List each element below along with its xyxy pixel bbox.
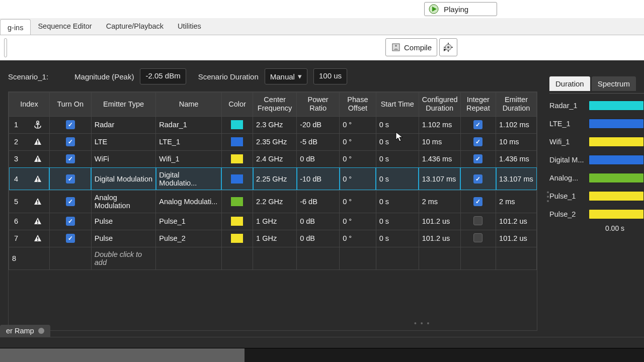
cell-name[interactable]: Pulse_2 <box>156 230 222 247</box>
add-placeholder[interactable]: Double click to add <box>91 247 156 269</box>
cell-emitter-type[interactable]: Analog Modulation <box>91 190 156 213</box>
cell-phase-offset[interactable]: 0 ° <box>340 150 376 167</box>
cell-power-ratio[interactable]: -10 dB <box>297 167 340 190</box>
cell-name[interactable]: Analog Modulati... <box>156 190 222 213</box>
cell-configured-duration[interactable]: 2 ms <box>419 190 460 213</box>
tab-plugins[interactable]: g-ins <box>0 19 31 35</box>
cell-start-time[interactable]: 0 s <box>376 190 419 213</box>
turn-on-checkbox[interactable] <box>66 234 75 243</box>
vertical-splitter-icon[interactable]: • • • <box>544 191 552 202</box>
cell-emitter-duration[interactable]: 1.436 ms <box>496 150 537 167</box>
col-start-time[interactable]: Start Time <box>376 93 419 117</box>
cell-name[interactable]: LTE_1 <box>156 133 222 150</box>
cell-center-frequency[interactable]: 2.3 GHz <box>253 116 297 133</box>
magnitude-input[interactable]: -2.05 dBm <box>140 68 186 84</box>
tab-capture-playback[interactable]: Capture/Playback <box>99 18 171 35</box>
cell-phase-offset[interactable]: 0 ° <box>340 167 376 190</box>
col-emitter-duration[interactable]: Emitter Duration <box>496 93 537 117</box>
cell-emitter-type[interactable]: LTE <box>91 133 156 150</box>
table-row[interactable]: 7PulsePulse_21 GHz0 dB0 °0 s101.2 us101.… <box>9 230 537 247</box>
cell-center-frequency[interactable]: 2.2 GHz <box>253 190 297 213</box>
legend-row[interactable]: LTE_1 <box>549 115 644 133</box>
cell-phase-offset[interactable]: 0 ° <box>340 133 376 150</box>
cell-center-frequency[interactable]: 2.35 GHz <box>253 133 297 150</box>
cell-start-time[interactable]: 0 s <box>376 133 419 150</box>
cell-emitter-type[interactable]: Pulse <box>91 213 156 230</box>
cell-emitter-duration[interactable]: 2 ms <box>496 190 537 213</box>
tab-spectrum[interactable]: Spectrum <box>592 76 636 91</box>
cell-start-time[interactable]: 0 s <box>376 167 419 190</box>
cell-phase-offset[interactable]: 0 ° <box>340 190 376 213</box>
color-swatch[interactable] <box>231 154 243 163</box>
cell-emitter-duration[interactable]: 13.107 ms <box>496 167 537 190</box>
cell-emitter-duration[interactable]: 1.102 ms <box>496 116 537 133</box>
integer-repeat-checkbox[interactable] <box>473 197 482 206</box>
integer-repeat-checkbox[interactable] <box>473 154 482 163</box>
cell-power-ratio[interactable]: -5 dB <box>297 133 340 150</box>
cell-name[interactable]: Radar_1 <box>156 116 222 133</box>
horizontal-splitter-icon[interactable]: • • • <box>414 319 430 327</box>
table-row-empty[interactable]: 8Double click to add <box>9 247 537 269</box>
cell-start-time[interactable]: 0 s <box>376 213 419 230</box>
col-color[interactable]: Color <box>221 93 253 117</box>
tab-utilities[interactable]: Utilities <box>171 18 208 35</box>
integer-repeat-checkbox[interactable] <box>473 137 482 146</box>
tab-sequence-editor[interactable]: Sequence Editor <box>31 18 99 35</box>
cell-center-frequency[interactable]: 2.4 GHz <box>253 150 297 167</box>
cell-configured-duration[interactable]: 101.2 us <box>419 230 460 247</box>
cell-emitter-duration[interactable]: 10 ms <box>496 133 537 150</box>
ramp-tab[interactable]: er Ramp <box>0 325 50 337</box>
table-row[interactable]: 3WiFiWifi_12.4 GHz0 dB0 °0 s1.436 ms1.43… <box>9 150 537 167</box>
integer-repeat-checkbox[interactable] <box>473 120 482 129</box>
table-row[interactable]: 4Digital ModulationDigital Modulatio...2… <box>9 167 537 190</box>
cell-emitter-type[interactable]: Radar <box>91 116 156 133</box>
cell-configured-duration[interactable]: 101.2 us <box>419 213 460 230</box>
cell-center-frequency[interactable]: 2.25 GHz <box>253 167 297 190</box>
cell-start-time[interactable]: 0 s <box>376 230 419 247</box>
color-swatch[interactable] <box>231 197 243 206</box>
col-emitter-type[interactable]: Emitter Type <box>91 93 156 117</box>
legend-row[interactable]: Digital M... <box>549 151 644 169</box>
duration-mode-select[interactable]: Manual <box>265 68 307 84</box>
color-swatch[interactable] <box>231 174 243 184</box>
cell-name[interactable]: Wifi_1 <box>156 150 222 167</box>
integer-repeat-checkbox[interactable] <box>473 233 482 242</box>
integer-repeat-checkbox[interactable] <box>473 174 482 184</box>
col-integer-repeat[interactable]: Integer Repeat <box>460 93 496 117</box>
col-power-ratio[interactable]: Power Ratio <box>297 93 340 117</box>
col-turn-on[interactable]: Turn On <box>49 93 91 117</box>
legend-row[interactable]: Analog... <box>549 169 644 187</box>
cell-power-ratio[interactable]: -6 dB <box>297 190 340 213</box>
cell-power-ratio[interactable]: 0 dB <box>297 213 340 230</box>
cell-power-ratio[interactable]: -20 dB <box>297 116 340 133</box>
cell-center-frequency[interactable]: 1 GHz <box>253 213 297 230</box>
turn-on-checkbox[interactable] <box>66 120 75 129</box>
legend-row[interactable]: Radar_1 <box>549 97 644 115</box>
cell-phase-offset[interactable]: 0 ° <box>340 213 376 230</box>
settings-button[interactable] <box>439 38 457 56</box>
cell-configured-duration[interactable]: 1.436 ms <box>419 150 460 167</box>
cell-center-frequency[interactable]: 1 GHz <box>253 230 297 247</box>
col-phase-offset[interactable]: Phase Offset <box>340 93 376 117</box>
col-configured-duration[interactable]: Configured Duration <box>419 93 460 117</box>
legend-row[interactable]: Pulse_1 <box>549 187 644 205</box>
table-row[interactable]: 5Analog ModulationAnalog Modulati...2.2 … <box>9 190 537 213</box>
legend-row[interactable]: Pulse_2 <box>549 205 644 223</box>
col-center-frequency[interactable]: Center Frequency <box>253 93 297 117</box>
cell-emitter-duration[interactable]: 101.2 us <box>496 230 537 247</box>
integer-repeat-checkbox[interactable] <box>473 216 482 225</box>
cell-emitter-type[interactable]: Pulse <box>91 230 156 247</box>
cell-name[interactable]: Pulse_1 <box>156 213 222 230</box>
turn-on-checkbox[interactable] <box>66 154 75 163</box>
tab-duration[interactable]: Duration <box>549 76 590 91</box>
color-swatch[interactable] <box>231 120 243 129</box>
cell-start-time[interactable]: 0 s <box>376 150 419 167</box>
cell-emitter-duration[interactable]: 101.2 us <box>496 213 537 230</box>
cell-power-ratio[interactable]: 0 dB <box>297 150 340 167</box>
cell-phase-offset[interactable]: 0 ° <box>340 230 376 247</box>
turn-on-checkbox[interactable] <box>66 197 75 206</box>
cell-start-time[interactable]: 0 s <box>376 116 419 133</box>
cell-emitter-type[interactable]: Digital Modulation <box>91 167 156 190</box>
progress-bar[interactable] <box>0 348 644 362</box>
table-row[interactable]: 6PulsePulse_11 GHz0 dB0 °0 s101.2 us101.… <box>9 213 537 230</box>
